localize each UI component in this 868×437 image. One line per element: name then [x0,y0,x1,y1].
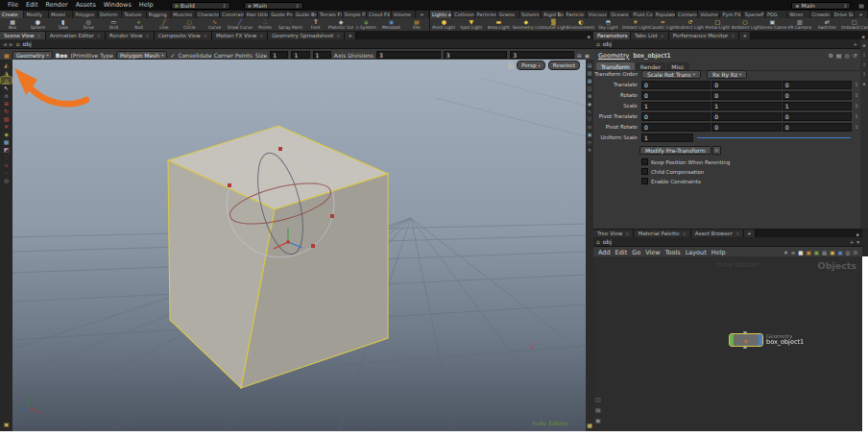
add-pane-tab-button[interactable]: + [739,32,751,39]
select-mode-dynamics-icon[interactable]: △ [1,77,12,84]
network-grid-icon[interactable]: ▦ [822,250,827,255]
axis-divisions-field[interactable]: 3 [510,51,574,59]
stepper-icon[interactable]: ⇕ [843,3,847,9]
select-mode-objects-icon[interactable]: ◭ [1,61,12,68]
shelf-tab[interactable]: Terrain FX [318,11,342,18]
size-field[interactable]: 1 [270,51,288,59]
shelf-tab[interactable]: Particle Fluids [565,11,587,18]
lock-camera-icon[interactable] [508,64,514,69]
shelf-tab[interactable]: Constraints [220,11,244,18]
grid-toggle-icon[interactable]: ⊞ [588,93,591,99]
shelf-tab[interactable]: Populate Containers [654,11,676,18]
shelf-tab[interactable]: Crowds [810,11,832,18]
camera-selector-button[interactable]: Persp ▾ [517,61,544,70]
shelf-tab[interactable]: Muscles [171,11,195,18]
parameter-field[interactable]: 0 [783,112,852,121]
shelf-tool-distant-light[interactable]: ☀ Distant Light [622,18,650,31]
network-edge-icon[interactable]: ▤ [595,406,601,413]
shelf-tab[interactable]: Volume [392,11,416,18]
menu-item[interactable]: Edit [22,0,42,11]
pane-tab[interactable]: Tree View × [593,230,634,237]
network-menu-item[interactable]: Edit [615,249,628,256]
forward-icon[interactable]: ▶ [10,41,13,47]
normals-icon[interactable]: ◫ [588,85,592,91]
parameter-field[interactable]: 0 [641,81,711,89]
transform-order-selector[interactable]: Scale Rot Trans ▾ [641,70,701,79]
shelf-tab[interactable]: Model [49,11,73,18]
select-mode-components-icon[interactable]: ◮ [1,69,12,76]
snap-primitive-icon[interactable]: ◩ [1,146,12,153]
pane-tab[interactable]: Parameters × [593,32,631,39]
menu-item[interactable]: Help [135,0,157,11]
shelf-tab[interactable]: Drive Simulation [832,11,855,18]
node-display-flag[interactable] [759,334,762,346]
pane-tab[interactable]: Scene View × [0,32,46,39]
parameter-field[interactable]: 0 [711,123,781,132]
orient-picking-icon[interactable]: ◦ [1,169,12,176]
parameter-edge-icon[interactable]: ▪ [862,42,865,48]
shelf-tab[interactable]: Container Tools [676,11,698,18]
shelf-tab[interactable]: Create [0,11,24,18]
shelf-tool-null[interactable]: + Null [126,18,151,31]
consolidate-checkbox[interactable]: ✓ [170,52,175,59]
size-field[interactable]: 1 [291,51,309,59]
shelf-tab[interactable]: Grains [497,11,519,18]
parameter-edge-icon[interactable]: ↕ [862,61,866,67]
network-display-icon[interactable]: ■ [798,250,803,255]
ladder-handle-icon[interactable]: ↕ [853,124,860,130]
shelf-tool-ambient-light[interactable]: ○ Ambient Light [732,18,760,31]
pane-menu-icon[interactable]: ▪ [854,231,862,237]
context-selector[interactable]: Geometry ▾ [12,51,53,60]
shelf-tool-torus[interactable]: ◎ Torus [76,18,101,31]
primitive-type-selector[interactable]: Polygon Mesh ▾ [116,51,168,60]
shelf-tab[interactable]: Oceans [609,11,631,18]
shelf-tool-volume-light[interactable]: ▒ Volume Light [540,18,567,31]
network-menu-item[interactable]: Add [598,249,611,256]
close-icon[interactable]: × [625,231,629,236]
shelf-tab[interactable]: Texture [122,11,146,18]
parameter-edge-icon[interactable]: ↕ [862,71,866,77]
menubar-options-icon[interactable]: ▤ [858,2,864,9]
parameter-edge-icon[interactable]: ▪ [862,81,865,86]
parameter-field[interactable]: 0 [783,91,852,100]
home-icon[interactable]: ⌂ [596,238,600,245]
reselect-button[interactable]: Reselect [548,61,580,70]
chevron-down-icon[interactable]: ▾ [856,239,859,245]
snap-grid-icon[interactable]: ▦ [1,138,12,145]
network-snap-icon[interactable]: ▣ [830,250,834,255]
light-display-icon[interactable]: ⊙ [588,124,591,130]
shelf-tool-environment-light[interactable]: ◐ Environment Light [567,18,595,31]
modify-pre-transform-button[interactable]: Modify Pre-Transform [639,146,711,155]
add-shelf-tab-button[interactable]: + [416,11,429,18]
shelf-tool-circle[interactable]: ○ Circle [177,18,202,31]
menu-item[interactable]: File [4,0,22,11]
axis-divisions-field[interactable]: 3 [444,51,508,59]
menu-item[interactable]: Render [41,0,71,11]
pane-tab[interactable]: Performance Monitor × [669,32,740,39]
close-icon[interactable]: × [336,33,340,38]
camera-display-icon[interactable]: ▣ [588,132,592,137]
shelf-tab[interactable]: Characters [196,11,220,18]
plus-icon[interactable]: + [854,41,858,47]
ladder-handle-icon[interactable]: ↕ [853,82,860,87]
network-path[interactable]: obj [603,40,612,47]
pose-tool-icon[interactable]: ✕ [1,123,12,130]
wireframe-icon[interactable]: ▦ [588,78,592,84]
shelf-tab[interactable]: Collisions [452,11,474,18]
shelf-tab[interactable]: Solvers [519,11,542,18]
network-edge-icon[interactable]: ◫ [595,396,601,402]
parameter-field[interactable]: 1 [783,102,852,110]
checkbox[interactable] [641,178,648,184]
parameter-field[interactable]: 1 [641,102,711,110]
scene-selector[interactable]: ⊕ Main ⇕ [244,2,303,10]
view-pivot-icon[interactable]: ◎ [1,177,12,183]
node-input-flag[interactable] [730,334,734,346]
shelf-tool-spray-paint[interactable]: ∵ Spray Paint [277,18,302,31]
shelf-tool-point-light[interactable]: ● Point Light [430,18,458,31]
shelf-tab[interactable]: SparseFluid FX [743,11,765,18]
snap-points-icon[interactable]: ∵ [1,154,12,160]
network-menu-item[interactable]: Tools [665,249,681,256]
shelf-tool-platonic-solids[interactable]: ◆ Platonic Solids [328,18,353,31]
close-icon[interactable]: × [37,33,41,38]
shelf-tool-font[interactable]: T Font [303,18,328,31]
